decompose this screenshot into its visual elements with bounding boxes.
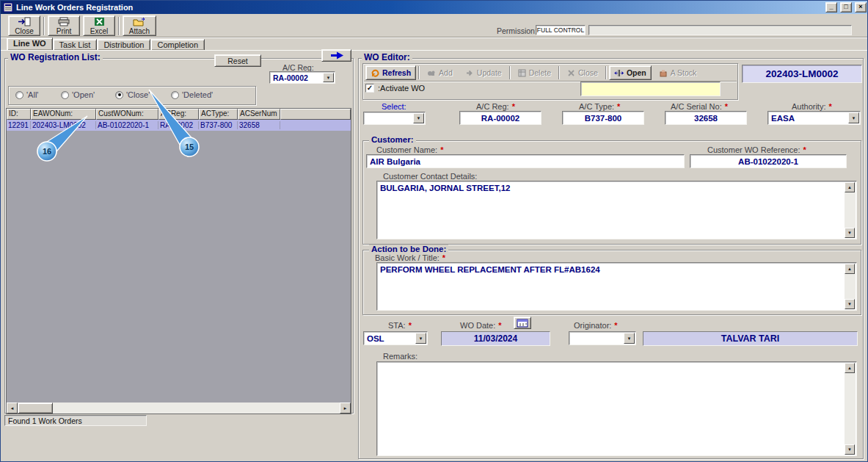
ac-serial-label: A/C Serial No:*: [671, 102, 728, 111]
column-header-actype[interactable]: ACType:: [199, 109, 238, 120]
radio-icon: [15, 91, 23, 99]
customer-contact-textarea[interactable]: BULGARIA, JORNAL STREET,12: [376, 181, 857, 239]
basic-work-textarea[interactable]: PERFORM WHEEL REPLACEMENT AFTER FL#AB162…: [376, 262, 857, 311]
ac-reg-field[interactable]: RA-00002: [459, 111, 541, 125]
customer-contact-label: Customer Contact Details:: [383, 172, 477, 181]
ac-reg-label: A/C Reg:*: [476, 102, 515, 111]
calendar-button[interactable]: [514, 317, 531, 329]
ac-serial-field[interactable]: 32658: [665, 111, 747, 125]
tab-completion[interactable]: Completion: [150, 39, 205, 50]
activate-wo-input[interactable]: [580, 82, 721, 96]
scroll-up-icon[interactable]: [845, 264, 855, 274]
list-ac-reg-value: RA-00002: [273, 73, 308, 82]
tab-line-wo[interactable]: Line WO: [7, 37, 53, 50]
remarks-textarea[interactable]: [376, 361, 857, 456]
dropdown-arrow-icon[interactable]: [415, 333, 426, 344]
sta-dropdown[interactable]: OSL: [363, 331, 428, 345]
tab-task-list[interactable]: Task List: [53, 39, 98, 50]
customer-group-label: Customer:: [369, 135, 416, 144]
tab-distribution[interactable]: Distribution: [97, 39, 150, 50]
vertical-scrollbar[interactable]: [845, 264, 856, 309]
scroll-up-icon[interactable]: [845, 363, 855, 373]
wo-date-display: 11/03/2024: [441, 331, 550, 346]
dropdown-arrow-icon[interactable]: [848, 112, 859, 123]
scrollbar-thumb[interactable]: [18, 403, 53, 414]
dropdown-arrow-icon[interactable]: [624, 333, 635, 344]
delete-button[interactable]: Delete: [513, 65, 556, 80]
reset-button[interactable]: Reset: [214, 54, 261, 67]
radio-icon: [171, 91, 179, 99]
add-icon: [427, 69, 436, 77]
close-wo-button[interactable]: Close: [562, 65, 603, 80]
vertical-scrollbar[interactable]: [845, 363, 856, 455]
ac-type-field[interactable]: B737-800: [562, 111, 644, 125]
dropdown-arrow-icon[interactable]: [323, 73, 334, 82]
scroll-down-icon[interactable]: [845, 228, 855, 238]
filter-radio-close[interactable]: 'Close': [115, 90, 150, 99]
customer-name-field[interactable]: AIR Bulgaria: [366, 154, 685, 168]
arrow-right-icon: [329, 51, 344, 59]
filter-radio-all[interactable]: 'All': [15, 90, 38, 99]
horizontal-scrollbar[interactable]: [7, 403, 351, 414]
radio-selected-icon: [115, 91, 123, 99]
stock-box-icon: [659, 69, 668, 77]
column-header-acreg[interactable]: ACReg:: [158, 109, 199, 120]
wo-number-display: 202403-LM0002: [742, 65, 862, 83]
titlebar: Line Work Orders Registration _ □ ×: [1, 1, 868, 14]
list-ac-reg-dropdown[interactable]: RA-00002: [269, 71, 335, 84]
dropdown-arrow-icon[interactable]: [413, 113, 424, 123]
table-row[interactable]: 12291 202403-LM0002 AB-01022020-1 RA-000…: [7, 120, 351, 131]
column-header-filler: [280, 109, 351, 120]
eawonum-cell: 202403-LM0002: [31, 121, 96, 129]
select-dropdown[interactable]: [363, 112, 426, 125]
filter-radio-deleted[interactable]: 'Deleted': [171, 90, 213, 99]
permission-value: FULL CONTROL: [536, 25, 586, 35]
permission-label: Permission:: [497, 26, 537, 35]
minimize-button[interactable]: _: [825, 2, 837, 12]
activate-wo-checkbox[interactable]: :Activate WO: [365, 84, 425, 93]
toolbar-separator: [558, 66, 560, 79]
column-header-eawonum[interactable]: EAWONum:: [31, 109, 96, 120]
close-x-icon: [567, 69, 575, 77]
excel-button[interactable]: Excel: [83, 15, 115, 36]
select-label: Select:: [382, 102, 406, 111]
column-header-custwonum[interactable]: CustWONum:: [96, 109, 158, 120]
update-button[interactable]: Update: [460, 65, 507, 80]
tab-content-edge: [1, 50, 868, 51]
column-header-id[interactable]: ID:: [7, 109, 31, 120]
excel-icon: [94, 17, 105, 26]
scroll-down-icon[interactable]: [845, 444, 855, 455]
customer-wo-reference-field[interactable]: AB-01022020-1: [690, 154, 847, 168]
scroll-right-icon[interactable]: [340, 403, 351, 414]
vertical-scrollbar[interactable]: [845, 182, 856, 238]
wo-grid: ID: EAWONum: CustWONum: ACReg: ACType: A…: [6, 108, 351, 414]
toolbar-separator: [605, 66, 607, 79]
a-stock-button[interactable]: A Stock: [654, 65, 702, 80]
print-button[interactable]: Print: [48, 15, 80, 36]
scroll-down-icon[interactable]: [845, 299, 855, 309]
status-bar: Found 1 Work Orders: [4, 415, 147, 426]
registration-list-title: WO Registration List:: [8, 52, 103, 62]
customer-name-label: Customer Name:*: [376, 145, 443, 154]
editor-toolbar: Refresh Add Update Delete Close Open A S…: [365, 65, 701, 80]
scroll-left-icon[interactable]: [7, 403, 18, 414]
maximize-button[interactable]: □: [840, 2, 852, 12]
authority-dropdown[interactable]: EASA: [767, 111, 861, 125]
printer-icon: [57, 17, 70, 26]
window-title: Line Work Orders Registration: [16, 3, 133, 12]
close-window-button[interactable]: ×: [855, 2, 867, 12]
close-button[interactable]: Close: [8, 15, 40, 36]
column-header-acsernum[interactable]: ACSerNum: [238, 109, 280, 120]
attach-button[interactable]: Attach: [123, 15, 156, 36]
refresh-icon: [371, 68, 379, 77]
originator-dropdown[interactable]: [569, 331, 636, 345]
toolbar-separator: [118, 17, 120, 35]
attach-icon: [133, 17, 146, 26]
filter-radio-open[interactable]: 'Open': [61, 90, 95, 99]
refresh-button[interactable]: Refresh: [365, 65, 416, 80]
open-wo-button[interactable]: Open: [609, 65, 652, 80]
checkbox-checked-icon: [365, 84, 374, 93]
add-button[interactable]: Add: [422, 65, 458, 80]
next-panel-arrow-button[interactable]: [321, 49, 351, 62]
scroll-up-icon[interactable]: [845, 182, 855, 192]
